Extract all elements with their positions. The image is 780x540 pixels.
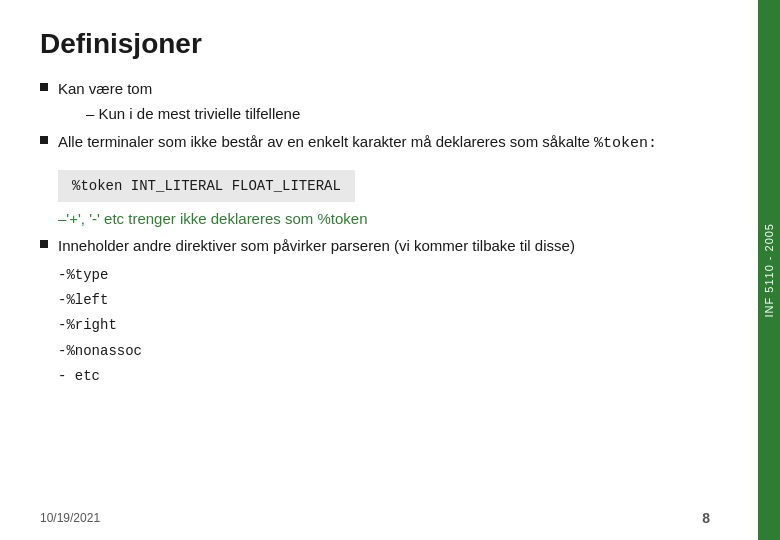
directive-block: -%type -%left -%right -%nonassoc - etc <box>40 263 740 389</box>
footer: 10/19/2021 8 <box>40 510 740 526</box>
list-item: Kan være tom – Kun i de mest trivielle t… <box>40 78 740 125</box>
footer-date: 10/19/2021 <box>40 511 100 525</box>
bullet-text: Kan være tom – Kun i de mest trivielle t… <box>58 78 740 125</box>
directive-line: -%right <box>58 313 740 338</box>
inline-code: %token: <box>594 135 657 152</box>
bullet-icon <box>40 136 48 144</box>
sidebar: INF 5110 - 2005 <box>758 0 780 540</box>
bullet-list: Kan være tom – Kun i de mest trivielle t… <box>40 78 740 156</box>
directive-line: -%nonassoc <box>58 339 740 364</box>
list-item: Inneholder andre direktiver som påvirker… <box>40 235 740 258</box>
list-item: Alle terminaler som ikke består av en en… <box>40 131 740 156</box>
bullet-text: Alle terminaler som ikke består av en en… <box>58 131 740 156</box>
directive-line: - etc <box>58 364 740 389</box>
green-note: –'+', '-' etc trenger ikke deklareres so… <box>58 210 740 227</box>
bullet1-main: Kan være tom <box>58 80 152 97</box>
footer-page: 8 <box>702 510 710 526</box>
sub-item: – Kun i de mest trivielle tilfellene <box>58 103 740 126</box>
bullet3-text: Inneholder andre direktiver som påvirker… <box>58 235 740 258</box>
sub-text: – Kun i de mest trivielle tilfellene <box>86 103 300 126</box>
code-block: %token INT_LITERAL FLOAT_LITERAL <box>58 170 355 202</box>
bullet-icon <box>40 83 48 91</box>
slide: Definisjoner Kan være tom – Kun i de mes… <box>0 0 780 540</box>
bullet-icon <box>40 240 48 248</box>
slide-title: Definisjoner <box>40 28 740 60</box>
bullet-list-2: Inneholder andre direktiver som påvirker… <box>40 235 740 258</box>
directive-line: -%type <box>58 263 740 288</box>
sidebar-text: INF 5110 - 2005 <box>763 223 775 318</box>
directive-line: -%left <box>58 288 740 313</box>
